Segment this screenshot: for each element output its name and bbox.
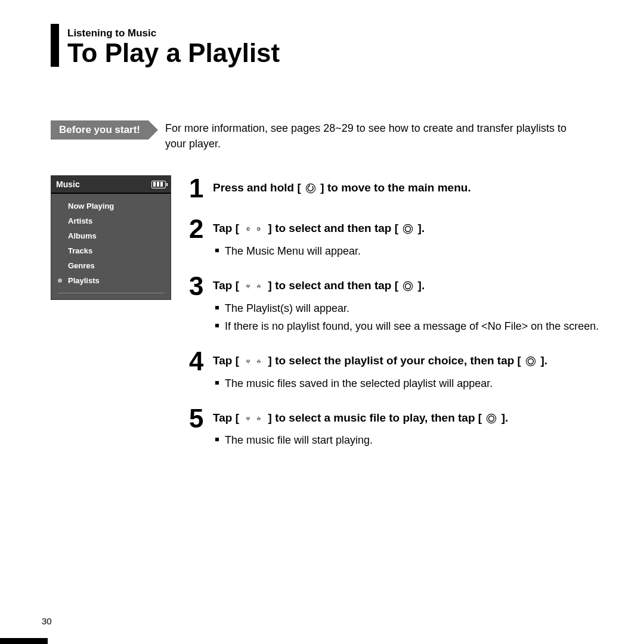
svg-point-30 [528, 358, 534, 364]
up-down-icon [243, 356, 264, 367]
svg-point-32 [246, 419, 247, 420]
left-right-icon [243, 224, 264, 234]
svg-point-16 [257, 284, 258, 286]
step-sub-list: The music file will start playing. [213, 425, 602, 448]
svg-point-9 [404, 225, 413, 234]
svg-point-12 [246, 287, 247, 288]
step-number: 5 [189, 405, 213, 432]
step-body: Tap [ ] to select and then tap [ ].The P… [213, 273, 602, 334]
title-block: Listening to Music To Play a Playlist [51, 24, 602, 67]
svg-point-2 [246, 227, 247, 228]
footer-accent-bar [0, 638, 48, 644]
svg-point-7 [260, 230, 261, 231]
step-headline: Tap [ ] to select a music file to play, … [213, 410, 602, 426]
page-number: 30 [42, 616, 52, 626]
svg-point-38 [258, 419, 259, 420]
step-body: Tap [ ] to select and then tap [ ].The M… [213, 216, 602, 259]
step: 3Tap [ ] to select and then tap [ ].The … [189, 273, 602, 334]
step-sub-list: The music files saved in the selected pl… [213, 369, 602, 391]
device-menu-divider [57, 293, 165, 293]
svg-point-14 [247, 284, 249, 286]
page-title: To Play a Playlist [67, 39, 280, 67]
step-number: 3 [189, 273, 213, 299]
step-headline: Tap [ ] to select the playlist of your c… [213, 353, 602, 369]
step-sub-item: The music file will start playing. [213, 432, 602, 448]
svg-point-22 [246, 362, 247, 363]
step-sub-list: The Playlist(s) will appear.If there is … [213, 293, 602, 334]
step-headline: Tap [ ] to select and then tap [ ]. [213, 278, 602, 293]
step: 4Tap [ ] to select the playlist of your … [189, 348, 602, 391]
svg-point-13 [249, 287, 250, 288]
svg-point-18 [258, 287, 259, 288]
step-number: 4 [189, 348, 213, 374]
battery-icon [151, 181, 166, 188]
svg-point-24 [247, 360, 249, 361]
step-number: 1 [189, 175, 213, 202]
device-menu: Now PlayingArtistsAlbumsTracksGenresPlay… [51, 194, 171, 292]
svg-point-20 [405, 284, 411, 289]
svg-point-29 [527, 357, 535, 366]
svg-point-19 [404, 281, 413, 290]
svg-point-36 [257, 417, 258, 418]
select-icon [525, 356, 536, 367]
svg-point-17 [259, 284, 261, 286]
up-down-icon [243, 281, 264, 292]
svg-point-27 [259, 360, 261, 361]
svg-point-39 [487, 414, 496, 423]
back-icon [305, 183, 316, 194]
up-down-icon [243, 413, 264, 424]
svg-point-23 [249, 362, 250, 363]
step-body: Press and hold [ ] to move to the main m… [213, 175, 602, 196]
select-icon [402, 224, 413, 234]
before-you-start-text: For more information, see pages 28~29 to… [165, 120, 583, 151]
svg-point-37 [259, 417, 261, 418]
step-sub-list: The Music Menu will appear. [213, 236, 602, 259]
device-menu-item: Now Playing [51, 199, 171, 213]
device-menu-item: Playlists [51, 273, 171, 288]
steps-list: 1Press and hold [ ] to move to the main … [189, 175, 602, 462]
step-headline: Press and hold [ ] to move to the main m… [213, 180, 602, 196]
before-you-start-tag: Before you start! [51, 120, 148, 140]
svg-point-8 [258, 228, 259, 230]
step-number: 2 [189, 216, 213, 242]
title-accent-bar [51, 24, 59, 67]
device-menu-item: Genres [51, 258, 171, 273]
select-icon [402, 281, 413, 292]
svg-point-3 [246, 230, 247, 231]
device-menu-item: Albums [51, 228, 171, 243]
step: 2Tap [ ] to select and then tap [ ].The … [189, 216, 602, 259]
device-screen-title: Music [56, 179, 80, 189]
svg-point-34 [247, 417, 249, 418]
device-screenshot: Music Now PlayingArtistsAlbumsTracksGenr… [51, 175, 171, 300]
device-menu-item: Tracks [51, 243, 171, 258]
step-body: Tap [ ] to select the playlist of your c… [213, 348, 602, 391]
step-sub-item: The Music Menu will appear. [213, 243, 602, 259]
step-headline: Tap [ ] to select and then tap [ ]. [213, 221, 602, 236]
step-sub-item: The Playlist(s) will appear. [213, 301, 602, 316]
before-you-start-row: Before you start! For more information, … [51, 120, 602, 151]
device-menu-item: Artists [51, 213, 171, 228]
select-icon [486, 413, 497, 424]
step-sub-item: If there is no playlist found, you will … [213, 318, 602, 334]
step: 1Press and hold [ ] to move to the main … [189, 175, 602, 202]
section-label: Listening to Music [67, 24, 280, 39]
step: 5Tap [ ] to select a music file to play,… [189, 405, 602, 448]
svg-point-4 [248, 228, 249, 230]
svg-point-26 [257, 360, 258, 361]
svg-point-28 [258, 362, 259, 363]
svg-point-33 [249, 419, 250, 420]
svg-point-10 [405, 227, 411, 232]
svg-point-40 [489, 416, 494, 421]
step-sub-item: The music files saved in the selected pl… [213, 376, 602, 391]
svg-point-6 [260, 227, 261, 228]
step-body: Tap [ ] to select a music file to play, … [213, 405, 602, 448]
